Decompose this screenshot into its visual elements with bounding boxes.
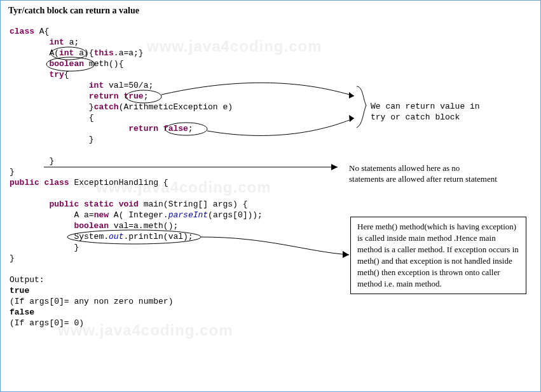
annotation-caller-method: Here meth() method(which is having excep…	[350, 217, 526, 294]
txt: (args[0]));	[208, 210, 263, 220]
txt: }	[10, 135, 94, 144]
txt: (If args[0]= any non zero number)	[10, 297, 173, 306]
txt: (If args[0]= 0)	[10, 318, 84, 328]
brace-icon	[357, 86, 366, 128]
kw: boolean	[10, 221, 109, 231]
txt: A(	[10, 48, 59, 58]
txt: {	[10, 113, 94, 123]
arrowhead-icon	[349, 115, 354, 122]
annotation-no-statements: No statements allowed here as no stateme…	[349, 163, 497, 184]
txt: {	[64, 70, 69, 79]
txt: ExceptionHandling {	[69, 178, 168, 187]
kw: int	[59, 48, 79, 58]
kw: return	[10, 91, 123, 101]
txt: .println(val);	[123, 232, 193, 241]
kw: new	[94, 210, 114, 220]
txt: ;	[188, 124, 193, 133]
ital: parseInt	[168, 210, 208, 220]
txt: }	[10, 167, 15, 177]
txt: a;	[64, 37, 79, 47]
code-block: class A{ int a; A(int a){this.a=a;} bool…	[10, 26, 263, 328]
txt: A( Integer.	[114, 210, 168, 220]
page-title: Tyr/catch block can return a value	[8, 6, 139, 16]
document-frame: www.java4coding.com www.java4coding.com …	[0, 0, 541, 392]
kw: public class	[10, 178, 69, 187]
kw: int	[10, 81, 104, 90]
kw: try	[10, 70, 64, 79]
txt: A{	[34, 27, 49, 36]
txt: a){	[79, 48, 93, 58]
txt: meth(){	[89, 59, 124, 69]
ital: out	[109, 232, 123, 241]
txt: System.	[10, 232, 109, 241]
arrowhead-icon	[331, 164, 338, 170]
txt: Output:	[10, 275, 45, 285]
txt: main(String[] args) {	[139, 199, 248, 209]
arrowhead-icon	[343, 251, 349, 258]
txt: ;	[144, 91, 149, 101]
kw: true	[123, 91, 143, 101]
kw: class	[10, 27, 34, 36]
txt: }	[10, 156, 54, 166]
kw: public static void	[10, 199, 139, 209]
kw: return	[10, 124, 158, 133]
kw: int	[10, 37, 64, 47]
txt: val=50/a;	[104, 81, 153, 90]
txt: .a=a;}	[114, 48, 144, 58]
txt: (ArithmeticException e)	[119, 102, 233, 112]
txt: val=a.meth();	[109, 221, 178, 231]
txt: }	[10, 102, 94, 112]
arrowhead-icon	[349, 92, 354, 98]
txt: A a=	[10, 210, 94, 220]
annotation-return-value: We can return value in try or catch bloc…	[371, 101, 480, 123]
kw: boolean	[10, 59, 89, 69]
txt: }	[10, 253, 15, 263]
output-true: true	[10, 286, 29, 295]
kw: catch	[94, 102, 119, 112]
txt: }	[10, 243, 79, 252]
kw: false	[158, 124, 188, 133]
output-false: false	[10, 308, 34, 317]
kw: this	[94, 48, 114, 58]
